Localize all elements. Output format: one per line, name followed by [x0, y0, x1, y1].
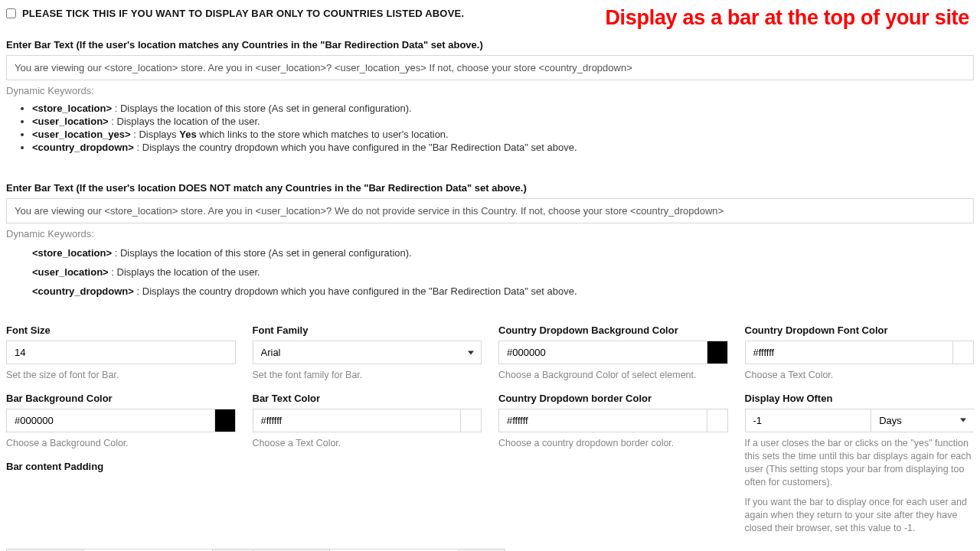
font-size-label: Font Size — [6, 324, 236, 336]
keyword-item: <user_location> : Displays the location … — [32, 266, 974, 278]
bar-text-nomatch-input[interactable] — [6, 198, 974, 223]
dd-bg-color-label: Country Dropdown Background Color — [498, 324, 728, 336]
hero-heading: Display as a bar at the top of your site — [605, 6, 969, 30]
font-family-label: Font Family — [253, 324, 482, 336]
dd-font-color-input[interactable] — [745, 341, 953, 364]
dd-border-color-swatch[interactable] — [707, 409, 728, 432]
dd-bg-color-help: Choose a Background Color of select elem… — [498, 369, 728, 382]
keyword-item: <store_location> : Displays the location… — [32, 103, 974, 114]
bar-padding-label: Bar content Padding — [6, 461, 236, 472]
bar-bg-color-help: Choose a Background Color. — [6, 437, 236, 450]
dynamic-keywords-label: Dynamic Keywords: — [6, 85, 974, 96]
display-only-listed-checkbox[interactable] — [6, 8, 16, 18]
font-family-select[interactable] — [253, 341, 482, 364]
keyword-item: <country_dropdown> : Displays the countr… — [32, 142, 974, 153]
bar-text-color-swatch[interactable] — [460, 409, 482, 432]
dynamic-keywords-list: <store_location> : Displays the location… — [32, 247, 974, 297]
dd-font-color-swatch[interactable] — [952, 341, 974, 364]
display-how-often-unit-select[interactable] — [871, 409, 974, 432]
display-only-listed-label: PLEASE TICK THIS IF YOU WANT TO DISPLAY … — [22, 8, 464, 19]
keyword-item: <user_location_yes> : Displays Yes which… — [32, 129, 974, 140]
bar-text-match-input[interactable] — [6, 55, 974, 80]
display-how-often-help: If a user closes the bar or clicks on th… — [745, 437, 975, 489]
dd-border-color-input[interactable] — [498, 409, 707, 432]
font-size-input[interactable] — [6, 341, 236, 364]
bar-text-color-help: Choose a Text Color. — [253, 437, 482, 450]
dd-font-color-help: Choose a Text Color. — [745, 369, 975, 382]
font-size-help: Set the size of font for Bar. — [6, 369, 236, 382]
keyword-item: <store_location> : Displays the location… — [32, 247, 974, 259]
bar-text-color-label: Bar Text Color — [253, 393, 482, 404]
bar-bg-color-input[interactable] — [6, 409, 214, 432]
dd-bg-color-input[interactable] — [498, 341, 707, 364]
bar-text-match-label: Enter Bar Text (If the user's location m… — [6, 39, 974, 51]
dd-border-color-label: Country Dropdown border Color — [498, 393, 728, 404]
dd-font-color-label: Country Dropdown Font Color — [745, 324, 975, 336]
display-how-often-input[interactable] — [745, 409, 871, 432]
bar-bg-color-label: Bar Background Color — [6, 393, 236, 404]
dynamic-keywords-label: Dynamic Keywords: — [6, 228, 974, 240]
keyword-item: <country_dropdown> : Displays the countr… — [32, 285, 974, 297]
dd-bg-color-swatch[interactable] — [707, 341, 728, 364]
bar-text-color-input[interactable] — [253, 409, 461, 432]
display-how-often-label: Display How Often — [745, 393, 975, 404]
bar-bg-color-swatch[interactable] — [214, 409, 236, 432]
dd-border-color-help: Choose a country dropdown border color. — [498, 437, 728, 450]
display-how-often-help2: If you want the bar to display once for … — [745, 496, 975, 535]
dynamic-keywords-list: <store_location> : Displays the location… — [32, 103, 974, 153]
font-family-help: Set the font family for Bar. — [253, 369, 482, 382]
bar-text-nomatch-label: Enter Bar Text (If the user's location D… — [6, 182, 974, 194]
keyword-item: <user_location> : Displays the location … — [32, 116, 974, 127]
